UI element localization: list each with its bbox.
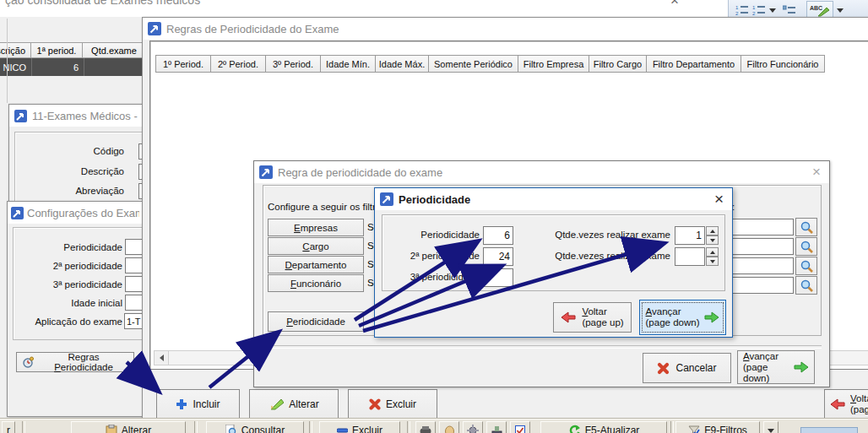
red-left-arrow-icon — [830, 398, 845, 410]
spinner-up-icon[interactable] — [706, 247, 719, 257]
cell-periodo: 6 — [32, 58, 84, 76]
table-row[interactable]: NICO 6 — [0, 58, 150, 76]
cancelar-label: Cancelar — [675, 362, 716, 374]
avancar-page-button[interactable]: Avançar (page down) — [737, 350, 815, 384]
window-title: Configurações do Exame — [27, 207, 139, 219]
terceira-periodicidade-field[interactable] — [483, 268, 513, 287]
scroll-left-button[interactable] — [155, 351, 169, 365]
funcionario-button[interactable]: Funcionário — [268, 274, 364, 292]
grid-col-idade-max[interactable]: Idade Máx. — [375, 55, 429, 73]
segunda-periodicidade-field[interactable]: 24 — [483, 247, 513, 266]
column-header-qtd-exame[interactable]: Qtd.exame — [82, 42, 146, 58]
close-icon[interactable]: × — [809, 166, 824, 178]
cargo-button[interactable]: Cargo — [268, 237, 364, 255]
column-header-descricao[interactable]: scrição — [0, 42, 31, 58]
magnifier-icon — [800, 220, 814, 235]
numbered-list-icon[interactable]: 12 — [735, 4, 749, 16]
chevron-down-icon — [768, 429, 774, 433]
toolbar-gear-button[interactable] — [463, 421, 483, 433]
toolbar-f9-filtros-button[interactable]: F9-Filtros — [675, 421, 760, 433]
toolbar-alterar-button[interactable]: Alterar — [71, 421, 186, 433]
toolbar-fragment-button[interactable]: r — [2, 421, 15, 433]
close-icon[interactable]: × — [711, 193, 727, 205]
column-header-1a-period[interactable]: 1ª period. — [30, 42, 83, 58]
qtde-spinner-2[interactable] — [706, 247, 719, 266]
stamp-icon — [491, 425, 502, 433]
funcionario-lookup-field[interactable] — [732, 277, 794, 294]
titlebar-periodicidade[interactable]: Periodicidade × — [375, 188, 732, 210]
cell-descricao: NICO — [0, 58, 32, 76]
qtde-vezes-field-2[interactable] — [675, 247, 705, 266]
numbered-list-2-icon[interactable]: 12 — [752, 4, 766, 16]
periodicidade-button[interactable]: Periodicidade — [268, 311, 364, 332]
alterar-button[interactable]: Alterar — [249, 389, 339, 419]
departamento-lookup-field[interactable] — [732, 257, 794, 274]
toolbar-binoculars-button[interactable] — [415, 421, 436, 433]
titlebar-exames[interactable]: 11-Exames Médicos - Inc — [9, 105, 143, 127]
grid-col-somente-periodico[interactable]: Somente Periódico — [428, 55, 518, 73]
grid-col-filtro-departamento[interactable]: Filtro Departamento — [646, 55, 741, 73]
configure-filters-text: Configure a seguir os filtro — [268, 202, 375, 212]
terceira-periodicidade-label: 3ª periodicidade — [375, 272, 480, 282]
grid-col-filtro-funcionario[interactable]: Filtro Funcionário — [741, 55, 825, 73]
toolbar-fragment-label: r — [7, 425, 10, 433]
checkbox-icon — [515, 425, 525, 433]
red-x-icon — [657, 362, 670, 375]
grid-col-filtro-empresa[interactable]: Filtro Empresa — [518, 55, 589, 73]
avancar-focus-rect: Avançar (page down) — [642, 302, 724, 333]
qtde-vezes-value-1: 1 — [696, 230, 702, 241]
grid-col-1-period[interactable]: 1º Period. — [155, 55, 211, 73]
spellcheck-dropdown-icon[interactable] — [837, 8, 844, 13]
titlebar-regra[interactable]: Regra de periodicidade do exame × — [254, 161, 829, 183]
cargo-search-button[interactable] — [795, 237, 817, 256]
voltar-button[interactable]: Voltar (page up) — [553, 302, 632, 333]
dialog-title: Regra de periodicidade do exame — [278, 166, 442, 179]
qtde-spinner-1[interactable] — [706, 226, 719, 245]
background-window-edge — [7, 19, 8, 103]
periodicidade-field[interactable]: 6 — [483, 226, 513, 245]
svg-text:ABC: ABC — [810, 5, 822, 11]
incluir-button[interactable]: Incluir — [156, 389, 240, 419]
grid-col-2-period[interactable]: 2º Period. — [210, 55, 266, 73]
app-icon — [11, 207, 24, 219]
empresa-search-button[interactable] — [795, 218, 817, 236]
qtde-vezes-label-2: Qtde.vezes realizar exame — [544, 251, 670, 261]
periodicidade-label: Periodicidade — [375, 230, 480, 240]
departamento-search-button[interactable] — [795, 257, 817, 275]
spinner-down-icon[interactable] — [706, 235, 719, 245]
aplicacao-exame-label: Aplicação do exame — [13, 317, 122, 327]
grid-col-3-period[interactable]: 3º Period. — [265, 55, 321, 73]
toolbar-consultar-button[interactable]: Consultar — [206, 421, 304, 433]
list-dropdown-icon[interactable] — [769, 8, 776, 13]
avancar-button[interactable]: Avançar (page down) — [639, 300, 726, 335]
excluir-button[interactable]: Excluir — [348, 389, 437, 419]
toolbar-stamp-button[interactable] — [486, 421, 507, 433]
toolbar-f5-atualizar-button[interactable]: F5-Atualizar — [540, 421, 667, 433]
titlebar-regras[interactable]: Regras de Periodicidade do Exame — [143, 18, 868, 40]
grid-col-filtro-cargo[interactable]: Filtro Cargo — [589, 55, 647, 73]
toolbar-excluir-button[interactable]: Excluir — [319, 421, 400, 433]
app-icon — [148, 22, 161, 35]
toolbar-hand-button[interactable] — [439, 421, 459, 433]
qtde-vezes-field-1[interactable]: 1 — [675, 226, 705, 245]
toolbar-more-button[interactable] — [763, 421, 778, 433]
regras-periodicidade-button[interactable]: Regras Periodicidade — [16, 352, 134, 372]
spinner-down-icon[interactable] — [706, 257, 719, 266]
toolbar-checkbox-button[interactable] — [510, 421, 530, 433]
departamento-button[interactable]: Departamento — [268, 256, 364, 273]
segunda-periodicidade-value: 24 — [499, 251, 510, 263]
funcionario-search-button[interactable] — [795, 276, 817, 295]
cargo-lookup-field[interactable] — [732, 238, 794, 255]
spinner-up-icon[interactable] — [706, 226, 719, 235]
qtde-vezes-label-1: Qtde.vezes realizar exame — [544, 230, 670, 240]
background-close-icon[interactable]: × — [670, 0, 679, 9]
empresa-lookup-field[interactable] — [732, 219, 794, 235]
cancelar-button[interactable]: Cancelar — [643, 353, 731, 383]
plus-icon — [176, 398, 187, 410]
outline-list-icon[interactable] — [783, 4, 796, 16]
grid-col-idade-min[interactable]: Idade Mín. — [320, 55, 376, 73]
empresas-button[interactable]: Empresas — [268, 219, 364, 236]
titlebar-config[interactable]: Configurações do Exame — [8, 202, 143, 224]
funnel-icon — [688, 425, 700, 433]
voltar-page-button[interactable]: Volta (page — [824, 389, 868, 419]
